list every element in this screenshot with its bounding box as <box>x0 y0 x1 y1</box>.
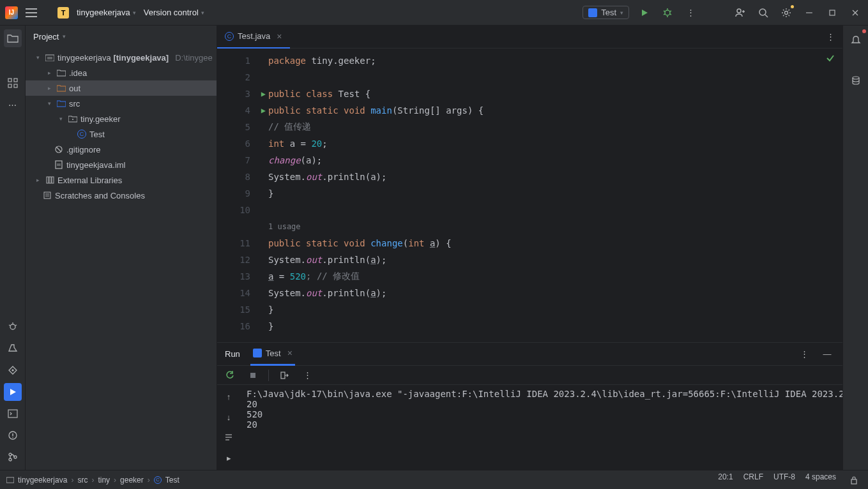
run-gutter-icon[interactable]: ▶ <box>261 89 266 98</box>
more-icon[interactable]: ⋮ <box>796 347 812 362</box>
gutter-line[interactable]: 3▶ <box>217 86 268 102</box>
close-tab-icon[interactable]: × <box>277 31 282 41</box>
structure-tool-button[interactable] <box>4 74 22 92</box>
expand-icon[interactable]: ▾ <box>56 116 65 122</box>
up-icon[interactable]: ↑ <box>221 389 236 404</box>
build-tool-button[interactable] <box>4 340 22 357</box>
project-dropdown[interactable]: tinygeekerjava ▾ <box>77 8 136 17</box>
tree-label: tiny.geeker <box>80 114 121 124</box>
tree-item-scratches[interactable]: Scratches and Consoles <box>26 188 217 203</box>
gutter-line[interactable]: 1 <box>217 52 268 69</box>
code-with-me-icon[interactable] <box>733 5 748 20</box>
gutter-line[interactable]: 15 <box>217 301 268 318</box>
gutter-line[interactable]: 11 <box>217 235 268 252</box>
project-tool-button[interactable] <box>4 29 22 47</box>
gutter-line[interactable]: 5 <box>217 119 268 135</box>
breadcrumb[interactable]: tinygeekerjava › src › tiny › geeker › C… <box>6 476 179 485</box>
vcs-tool-button[interactable] <box>4 448 22 466</box>
tree-item-src[interactable]: ▾ src <box>26 96 217 111</box>
expand-icon[interactable]: ▸ <box>33 177 42 183</box>
gutter-line[interactable]: 9 <box>217 185 268 202</box>
expand-icon[interactable]: ▸ <box>45 85 54 91</box>
stop-button[interactable] <box>245 368 261 383</box>
gutter-line[interactable]: 14 <box>217 285 268 301</box>
bc-separator-icon: › <box>148 476 150 485</box>
chevron-down-icon[interactable]: ▾ <box>63 33 66 40</box>
gutter-line[interactable]: 12 <box>217 252 268 268</box>
maximize-button[interactable] <box>825 5 840 20</box>
gutter-line[interactable]: 2 <box>217 69 268 86</box>
exit-button[interactable] <box>277 368 292 383</box>
terminal-tool-button[interactable] <box>4 405 22 423</box>
hide-panel-icon[interactable]: — <box>819 347 835 362</box>
tree-item-iml[interactable]: tinygeekjava.iml <box>26 157 217 172</box>
expand-icon[interactable]: ▾ <box>45 100 54 107</box>
lock-icon[interactable] <box>846 472 862 488</box>
breadcrumb-item[interactable]: Test <box>165 476 179 485</box>
tab-more-button[interactable]: ⋮ <box>819 32 842 41</box>
gutter-line[interactable]: 16 <box>217 318 268 335</box>
usage-hint[interactable]: 1 usage <box>268 222 301 231</box>
debug-tool-button[interactable] <box>4 318 22 336</box>
project-tree[interactable]: ▾ tinygeekerjava [tinygeekjava] D:\tinyg… <box>26 47 217 470</box>
expand-icon[interactable]: ▾ <box>33 54 42 61</box>
gutter-line[interactable]: 10 <box>217 202 268 218</box>
expand-output-icon[interactable]: ▸ <box>221 450 236 465</box>
indent-settings[interactable]: 4 spaces <box>805 472 836 488</box>
services-tool-button[interactable] <box>4 361 22 379</box>
close-button[interactable] <box>848 5 863 20</box>
rerun-button[interactable] <box>222 368 238 383</box>
breadcrumb-item[interactable]: src <box>77 476 88 485</box>
gutter-line[interactable]: 7 <box>217 152 268 169</box>
database-tool-button[interactable] <box>847 71 865 89</box>
file-tab-test[interactable]: C Test.java × <box>217 26 290 49</box>
run-tab[interactable]: Test × <box>250 343 295 366</box>
gutter-line[interactable]: 13 <box>217 268 268 285</box>
run-output[interactable]: F:\Java\jdk-17\bin\java.exe "-javaagent:… <box>240 385 842 470</box>
run-tool-button[interactable] <box>4 383 22 401</box>
run-gutter-icon[interactable]: ▶ <box>261 106 266 115</box>
more-actions-button[interactable]: ⋮ <box>683 5 698 20</box>
tree-item-gitignore[interactable]: .gitignore <box>26 142 217 157</box>
vcs-dropdown[interactable]: Version control ▾ <box>144 8 204 17</box>
iml-icon <box>54 160 64 170</box>
tree-root[interactable]: ▾ tinygeekerjava [tinygeekjava] D:\tinyg… <box>26 50 217 65</box>
search-icon[interactable] <box>756 5 771 20</box>
gutter-line[interactable] <box>217 218 268 235</box>
inspection-ok-icon[interactable] <box>826 54 835 63</box>
more-tools-button[interactable]: ⋯ <box>4 96 22 114</box>
breadcrumb-item[interactable]: tinygeekerjava <box>18 476 67 485</box>
tree-item-external-libs[interactable]: ▸ External Libraries <box>26 172 217 188</box>
down-icon[interactable]: ↓ <box>221 409 236 425</box>
more-icon[interactable]: ⋮ <box>300 368 315 383</box>
line-separator[interactable]: CRLF <box>743 472 763 488</box>
breadcrumb-item[interactable]: tiny <box>98 476 110 485</box>
tree-item-test-class[interactable]: C Test <box>26 126 217 142</box>
code-content[interactable]: package tiny.geeker; public class Test {… <box>268 49 842 342</box>
run-button[interactable] <box>637 5 652 20</box>
run-config-selector[interactable]: Test ▾ <box>582 6 629 19</box>
tree-item-package[interactable]: ▾ tiny.geeker <box>26 111 217 126</box>
gutter-line[interactable]: 4▶ <box>217 102 268 119</box>
settings-icon[interactable] <box>779 5 794 20</box>
notifications-icon[interactable] <box>847 31 865 49</box>
module-icon <box>45 52 55 63</box>
svg-rect-44 <box>44 192 50 199</box>
gutter-line[interactable]: 6 <box>217 135 268 152</box>
main-menu-icon[interactable] <box>26 8 37 17</box>
breadcrumb-item[interactable]: geeker <box>120 476 144 485</box>
file-encoding[interactable]: UTF-8 <box>773 472 795 488</box>
minimize-button[interactable] <box>802 5 817 20</box>
wrap-icon[interactable] <box>221 430 236 445</box>
tree-item-out[interactable]: ▸ out <box>26 80 217 96</box>
problems-tool-button[interactable] <box>4 426 22 444</box>
statusbar-right: 20:1 CRLF UTF-8 4 spaces <box>718 472 862 488</box>
expand-icon[interactable]: ▸ <box>45 70 54 76</box>
svg-rect-18 <box>14 79 17 82</box>
editor-body[interactable]: 1 2 3▶ 4▶ 5 6 7 8 9 10 11 12 13 14 15 16… <box>217 49 842 342</box>
caret-position[interactable]: 20:1 <box>718 472 733 488</box>
close-tab-icon[interactable]: × <box>287 348 293 358</box>
gutter-line[interactable]: 8 <box>217 169 268 185</box>
debug-button[interactable] <box>660 5 675 20</box>
tree-item-idea[interactable]: ▸ .idea <box>26 65 217 80</box>
